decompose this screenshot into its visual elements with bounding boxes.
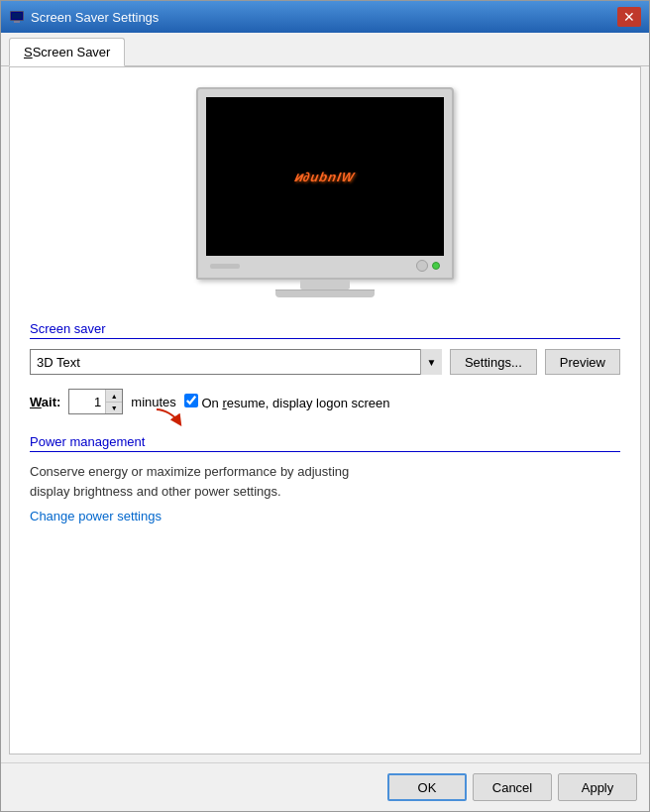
power-description: Conserve energy or maximize performance …	[30, 462, 620, 501]
screen-saver-section: Screen saver 3D Text (None) Blank Bubble…	[30, 321, 620, 420]
minutes-label: minutes	[131, 395, 176, 409]
monitor-led	[432, 262, 440, 270]
ok-button[interactable]: OK	[387, 773, 467, 801]
wait-input[interactable]	[69, 390, 105, 413]
power-management-label: Power management	[30, 434, 620, 452]
svg-rect-2	[12, 13, 22, 19]
change-power-settings-link[interactable]: Change power settings	[30, 509, 162, 523]
svg-rect-3	[14, 21, 20, 23]
wait-spinner: ▲ ▼	[68, 389, 123, 414]
title-bar-left: Screen Saver Settings	[9, 9, 159, 25]
settings-button[interactable]: Settings...	[450, 349, 537, 375]
window-icon	[9, 9, 25, 25]
title-bar: Screen Saver Settings ✕	[1, 1, 649, 33]
apply-button[interactable]: Apply	[558, 773, 637, 801]
red-arrow-annotation	[155, 407, 182, 427]
power-management-section: Power management Conserve energy or maxi…	[30, 434, 620, 523]
spinner-down-button[interactable]: ▼	[106, 402, 122, 413]
screensaver-dropdown-wrapper: 3D Text (None) Blank Bubbles Mystify Pho…	[30, 349, 442, 375]
screen-saver-section-label: Screen saver	[30, 321, 620, 339]
screen-saver-controls-row: 3D Text (None) Blank Bubbles Mystify Pho…	[30, 349, 620, 375]
spinner-buttons: ▲ ▼	[105, 390, 122, 413]
monitor-preview: ᴎ∂ubnIW	[30, 87, 620, 297]
cancel-button[interactable]: Cancel	[473, 773, 552, 801]
content-area: ᴎ∂ubnIW Screen saver	[1, 66, 649, 811]
tab-bar: SScreen Saver	[1, 33, 649, 66]
tab-screen-saver[interactable]: SScreen Saver	[9, 38, 125, 66]
main-panel: ᴎ∂ubnIW Screen saver	[9, 66, 641, 754]
button-bar: OK Cancel Apply	[1, 762, 649, 811]
resume-checkbox-wrapper: On resume, display logon screen	[184, 394, 390, 410]
spinner-up-button[interactable]: ▲	[106, 390, 122, 402]
title-text: Screen Saver Settings	[31, 10, 159, 25]
monitor-outer: ᴎ∂ubnIW	[196, 87, 454, 297]
screensaver-preview-text: ᴎ∂ubnIW	[293, 170, 357, 184]
monitor-screen: ᴎ∂ubnIW	[206, 97, 444, 256]
screen-saver-settings-window: Screen Saver Settings ✕ SScreen Saver ᴎ∂…	[0, 0, 650, 812]
wait-row: Wait: ▲ ▼ minutes	[30, 389, 620, 414]
resume-checkbox[interactable]	[184, 394, 198, 407]
preview-button[interactable]: Preview	[545, 349, 620, 375]
close-button[interactable]: ✕	[617, 7, 641, 27]
wait-label: Wait:	[30, 395, 60, 409]
tab-screen-saver-label: SScreen Saver	[24, 45, 110, 59]
resume-label: On resume, display logon screen	[201, 396, 389, 410]
screensaver-dropdown[interactable]: 3D Text (None) Blank Bubbles Mystify Pho…	[30, 349, 442, 375]
